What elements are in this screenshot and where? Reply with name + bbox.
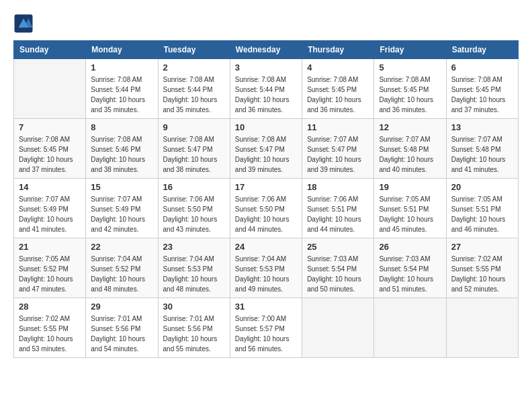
calendar-table: SundayMondayTuesdayWednesdayThursdayFrid…	[13, 40, 519, 358]
day-number: 29	[91, 302, 152, 312]
day-info: Sunrise: 7:07 AM Sunset: 5:48 PM Dayligh…	[379, 134, 441, 175]
header	[13, 13, 519, 34]
day-number: 8	[91, 122, 152, 132]
day-info: Sunrise: 7:05 AM Sunset: 5:51 PM Dayligh…	[451, 194, 513, 234]
calendar-cell: 8Sunrise: 7:08 AM Sunset: 5:46 PM Daylig…	[86, 119, 158, 179]
day-number: 17	[235, 182, 297, 192]
day-number: 24	[235, 242, 297, 252]
day-number: 20	[451, 182, 513, 192]
day-info: Sunrise: 7:07 AM Sunset: 5:49 PM Dayligh…	[19, 194, 81, 234]
calendar-cell: 16Sunrise: 7:06 AM Sunset: 5:50 PM Dayli…	[158, 179, 230, 238]
day-info: Sunrise: 7:08 AM Sunset: 5:45 PM Dayligh…	[451, 75, 513, 115]
calendar-cell	[14, 59, 86, 119]
day-of-week-header: Friday	[374, 41, 446, 59]
calendar-cell: 29Sunrise: 7:01 AM Sunset: 5:56 PM Dayli…	[86, 298, 158, 358]
calendar-cell: 15Sunrise: 7:07 AM Sunset: 5:49 PM Dayli…	[86, 179, 158, 238]
calendar-cell: 13Sunrise: 7:07 AM Sunset: 5:48 PM Dayli…	[446, 119, 518, 179]
day-info: Sunrise: 7:08 AM Sunset: 5:47 PM Dayligh…	[235, 134, 297, 175]
calendar-header-row: SundayMondayTuesdayWednesdayThursdayFrid…	[14, 41, 519, 59]
calendar-cell: 22Sunrise: 7:04 AM Sunset: 5:52 PM Dayli…	[86, 238, 158, 298]
calendar-cell: 23Sunrise: 7:04 AM Sunset: 5:53 PM Dayli…	[158, 238, 230, 298]
day-of-week-header: Wednesday	[230, 41, 302, 59]
day-info: Sunrise: 7:06 AM Sunset: 5:50 PM Dayligh…	[235, 194, 297, 234]
calendar-cell: 2Sunrise: 7:08 AM Sunset: 5:44 PM Daylig…	[158, 59, 230, 119]
day-info: Sunrise: 7:08 AM Sunset: 5:45 PM Dayligh…	[307, 75, 369, 115]
day-number: 21	[19, 242, 81, 252]
calendar-cell: 9Sunrise: 7:08 AM Sunset: 5:47 PM Daylig…	[158, 119, 230, 179]
calendar-week-row: 1Sunrise: 7:08 AM Sunset: 5:44 PM Daylig…	[14, 59, 519, 119]
calendar-cell: 21Sunrise: 7:05 AM Sunset: 5:52 PM Dayli…	[14, 238, 86, 298]
day-info: Sunrise: 7:08 AM Sunset: 5:44 PM Dayligh…	[163, 75, 225, 115]
day-number: 11	[307, 122, 369, 132]
calendar-cell: 12Sunrise: 7:07 AM Sunset: 5:48 PM Dayli…	[374, 119, 446, 179]
day-number: 14	[19, 182, 81, 192]
calendar-cell	[302, 298, 374, 358]
day-info: Sunrise: 7:03 AM Sunset: 5:54 PM Dayligh…	[307, 254, 369, 294]
day-number: 3	[235, 62, 297, 73]
calendar-cell: 11Sunrise: 7:07 AM Sunset: 5:47 PM Dayli…	[302, 119, 374, 179]
day-info: Sunrise: 7:05 AM Sunset: 5:52 PM Dayligh…	[19, 254, 81, 294]
day-number: 1	[91, 62, 152, 73]
day-info: Sunrise: 7:08 AM Sunset: 5:45 PM Dayligh…	[19, 134, 81, 175]
day-of-week-header: Sunday	[14, 41, 86, 59]
day-info: Sunrise: 7:06 AM Sunset: 5:51 PM Dayligh…	[307, 194, 369, 234]
day-info: Sunrise: 7:08 AM Sunset: 5:47 PM Dayligh…	[163, 134, 225, 175]
day-number: 6	[451, 62, 513, 73]
day-info: Sunrise: 7:03 AM Sunset: 5:54 PM Dayligh…	[379, 254, 441, 294]
calendar-cell	[446, 298, 518, 358]
logo-icon	[13, 13, 34, 34]
day-info: Sunrise: 7:08 AM Sunset: 5:44 PM Dayligh…	[235, 75, 297, 115]
logo	[13, 13, 36, 34]
day-info: Sunrise: 7:07 AM Sunset: 5:47 PM Dayligh…	[307, 134, 369, 175]
day-number: 23	[163, 242, 225, 252]
day-number: 18	[307, 182, 369, 192]
day-number: 22	[91, 242, 152, 252]
day-number: 25	[307, 242, 369, 252]
day-info: Sunrise: 7:01 AM Sunset: 5:56 PM Dayligh…	[163, 314, 225, 354]
calendar-cell: 31Sunrise: 7:00 AM Sunset: 5:57 PM Dayli…	[230, 298, 302, 358]
calendar-cell: 24Sunrise: 7:04 AM Sunset: 5:53 PM Dayli…	[230, 238, 302, 298]
day-number: 26	[379, 242, 441, 252]
calendar-cell: 1Sunrise: 7:08 AM Sunset: 5:44 PM Daylig…	[86, 59, 158, 119]
calendar-week-row: 7Sunrise: 7:08 AM Sunset: 5:45 PM Daylig…	[14, 119, 519, 179]
day-number: 4	[307, 62, 369, 73]
day-info: Sunrise: 7:04 AM Sunset: 5:52 PM Dayligh…	[91, 254, 152, 294]
calendar-cell: 20Sunrise: 7:05 AM Sunset: 5:51 PM Dayli…	[446, 179, 518, 238]
day-number: 27	[451, 242, 513, 252]
day-number: 19	[379, 182, 441, 192]
day-info: Sunrise: 7:05 AM Sunset: 5:51 PM Dayligh…	[379, 194, 441, 234]
day-number: 9	[163, 122, 225, 132]
calendar-cell	[374, 298, 446, 358]
day-number: 13	[451, 122, 513, 132]
day-number: 5	[379, 62, 441, 73]
calendar-cell: 7Sunrise: 7:08 AM Sunset: 5:45 PM Daylig…	[14, 119, 86, 179]
day-info: Sunrise: 7:08 AM Sunset: 5:46 PM Dayligh…	[91, 134, 152, 175]
day-number: 12	[379, 122, 441, 132]
day-info: Sunrise: 7:08 AM Sunset: 5:45 PM Dayligh…	[379, 75, 441, 115]
day-info: Sunrise: 7:04 AM Sunset: 5:53 PM Dayligh…	[235, 254, 297, 294]
calendar-cell: 26Sunrise: 7:03 AM Sunset: 5:54 PM Dayli…	[374, 238, 446, 298]
day-number: 2	[163, 62, 225, 73]
day-of-week-header: Saturday	[446, 41, 518, 59]
day-of-week-header: Monday	[86, 41, 158, 59]
calendar-cell: 18Sunrise: 7:06 AM Sunset: 5:51 PM Dayli…	[302, 179, 374, 238]
day-info: Sunrise: 7:07 AM Sunset: 5:48 PM Dayligh…	[451, 134, 513, 175]
calendar-cell: 3Sunrise: 7:08 AM Sunset: 5:44 PM Daylig…	[230, 59, 302, 119]
day-number: 28	[19, 302, 81, 312]
calendar-cell: 4Sunrise: 7:08 AM Sunset: 5:45 PM Daylig…	[302, 59, 374, 119]
calendar-week-row: 14Sunrise: 7:07 AM Sunset: 5:49 PM Dayli…	[14, 179, 519, 238]
calendar-cell: 10Sunrise: 7:08 AM Sunset: 5:47 PM Dayli…	[230, 119, 302, 179]
calendar-cell: 27Sunrise: 7:02 AM Sunset: 5:55 PM Dayli…	[446, 238, 518, 298]
calendar-week-row: 21Sunrise: 7:05 AM Sunset: 5:52 PM Dayli…	[14, 238, 519, 298]
day-number: 15	[91, 182, 152, 192]
calendar-cell: 19Sunrise: 7:05 AM Sunset: 5:51 PM Dayli…	[374, 179, 446, 238]
calendar-body: 1Sunrise: 7:08 AM Sunset: 5:44 PM Daylig…	[14, 59, 519, 358]
day-number: 30	[163, 302, 225, 312]
calendar-cell: 25Sunrise: 7:03 AM Sunset: 5:54 PM Dayli…	[302, 238, 374, 298]
calendar-cell: 28Sunrise: 7:02 AM Sunset: 5:55 PM Dayli…	[14, 298, 86, 358]
day-info: Sunrise: 7:02 AM Sunset: 5:55 PM Dayligh…	[451, 254, 513, 294]
day-of-week-header: Tuesday	[158, 41, 230, 59]
calendar-week-row: 28Sunrise: 7:02 AM Sunset: 5:55 PM Dayli…	[14, 298, 519, 358]
day-number: 7	[19, 122, 81, 132]
day-info: Sunrise: 7:07 AM Sunset: 5:49 PM Dayligh…	[91, 194, 152, 234]
